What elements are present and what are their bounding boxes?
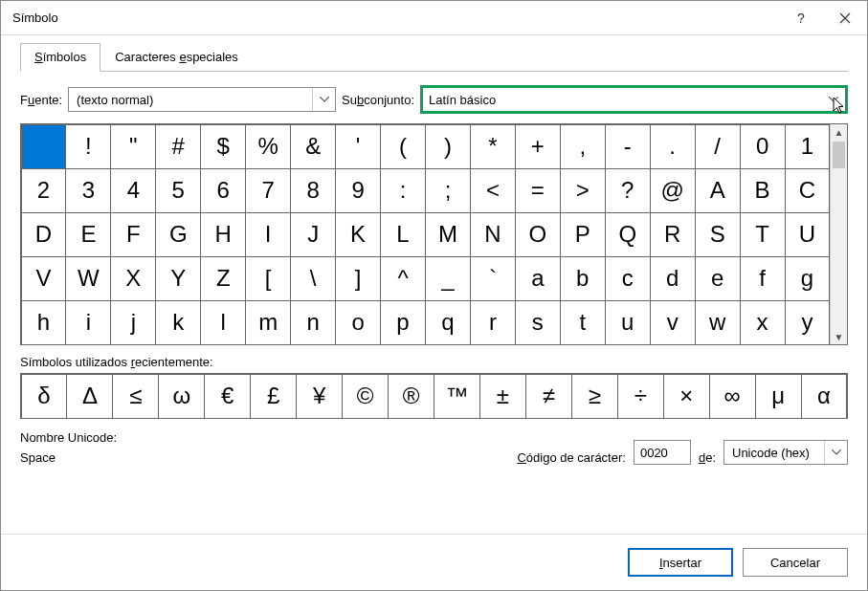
scroll-up-icon[interactable]: ▲ [831, 124, 847, 140]
symbol-cell[interactable]: ( [380, 124, 426, 169]
symbol-cell[interactable]: L [380, 212, 426, 257]
recent-symbol-cell[interactable]: ¥ [296, 374, 343, 419]
recent-symbol-cell[interactable]: ™ [434, 374, 480, 419]
symbol-cell[interactable]: H [200, 212, 246, 257]
recent-symbol-cell[interactable]: α [801, 374, 848, 419]
recent-symbol-cell[interactable]: ∞ [709, 374, 756, 419]
recent-symbol-cell[interactable]: ® [388, 374, 434, 419]
symbol-cell[interactable]: W [65, 256, 111, 301]
recent-symbol-cell[interactable]: ≥ [571, 374, 618, 419]
symbol-cell[interactable]: M [425, 212, 471, 257]
symbol-cell[interactable]: c [605, 256, 651, 301]
symbol-cell[interactable]: h [21, 300, 67, 345]
symbol-cell[interactable]: \ [290, 256, 336, 301]
symbol-cell[interactable]: 3 [65, 168, 111, 213]
symbol-cell[interactable]: v [650, 300, 696, 345]
symbol-cell[interactable]: ^ [380, 256, 426, 301]
symbol-cell[interactable]: 2 [21, 168, 67, 213]
symbol-cell[interactable]: : [380, 168, 426, 213]
scroll-down-icon[interactable]: ▼ [831, 329, 847, 344]
symbol-cell[interactable]: w [695, 300, 741, 345]
recent-symbol-cell[interactable]: € [204, 374, 251, 419]
symbol-cell[interactable]: 7 [245, 168, 291, 213]
symbol-cell[interactable]: ; [425, 168, 471, 213]
symbol-cell[interactable]: R [650, 212, 696, 257]
symbol-cell[interactable]: T [740, 212, 786, 257]
symbol-cell[interactable]: J [290, 212, 336, 257]
symbol-cell[interactable]: k [155, 300, 201, 345]
symbol-cell[interactable]: N [470, 212, 516, 257]
recent-symbol-cell[interactable]: ± [479, 374, 526, 419]
symbol-cell[interactable]: < [470, 168, 516, 213]
symbol-cell[interactable]: V [21, 256, 67, 301]
symbol-cell[interactable]: ] [335, 256, 381, 301]
symbol-cell[interactable]: j [110, 300, 156, 345]
symbol-cell[interactable]: C [785, 168, 831, 213]
symbol-cell[interactable]: a [515, 256, 561, 301]
symbol-cell[interactable] [21, 124, 67, 169]
symbol-cell[interactable]: B [740, 168, 786, 213]
symbol-cell[interactable]: E [65, 212, 111, 257]
symbol-cell[interactable]: q [425, 300, 471, 345]
symbol-cell[interactable]: o [335, 300, 381, 345]
symbol-cell[interactable]: + [515, 124, 561, 169]
tab-special-chars[interactable]: Caracteres especiales [100, 43, 253, 71]
symbol-cell[interactable]: / [695, 124, 741, 169]
symbol-cell[interactable]: . [650, 124, 696, 169]
symbol-cell[interactable]: s [515, 300, 561, 345]
symbol-cell[interactable]: > [560, 168, 606, 213]
symbol-cell[interactable]: u [605, 300, 651, 345]
symbol-cell[interactable]: 0 [740, 124, 786, 169]
recent-symbol-cell[interactable]: ÷ [617, 374, 664, 419]
symbol-cell[interactable]: g [785, 256, 831, 301]
symbol-cell[interactable]: p [380, 300, 426, 345]
symbol-cell[interactable]: % [245, 124, 291, 169]
symbol-cell[interactable]: t [560, 300, 606, 345]
symbol-cell[interactable]: l [200, 300, 246, 345]
symbol-cell[interactable]: ' [335, 124, 381, 169]
from-select[interactable]: Unicode (hex) [723, 440, 848, 465]
subset-select[interactable]: Latín básico [420, 85, 848, 114]
symbol-cell[interactable]: m [245, 300, 291, 345]
symbol-cell[interactable]: ` [470, 256, 516, 301]
symbol-cell[interactable]: X [110, 256, 156, 301]
symbol-cell[interactable]: n [290, 300, 336, 345]
symbol-cell[interactable]: P [560, 212, 606, 257]
insert-button[interactable]: Insertar [628, 548, 733, 577]
symbol-cell[interactable]: $ [200, 124, 246, 169]
symbol-cell[interactable]: = [515, 168, 561, 213]
recent-symbol-cell[interactable]: ω [158, 374, 205, 419]
symbol-cell[interactable]: K [335, 212, 381, 257]
symbol-cell[interactable]: i [65, 300, 111, 345]
symbol-cell[interactable]: F [110, 212, 156, 257]
symbol-cell[interactable]: e [695, 256, 741, 301]
recent-symbol-cell[interactable]: £ [250, 374, 297, 419]
char-code-input[interactable] [634, 440, 691, 465]
recent-symbol-cell[interactable]: × [663, 374, 710, 419]
tab-symbols[interactable]: Símbolos [20, 43, 100, 72]
grid-scrollbar[interactable]: ▲ ▼ [830, 124, 847, 344]
symbol-cell[interactable]: Z [200, 256, 246, 301]
font-select[interactable]: (texto normal) [68, 87, 336, 112]
symbol-cell[interactable]: _ [425, 256, 471, 301]
symbol-cell[interactable]: 1 [785, 124, 831, 169]
recent-symbol-cell[interactable]: ≠ [525, 374, 572, 419]
symbol-cell[interactable]: Q [605, 212, 651, 257]
symbol-cell[interactable]: f [740, 256, 786, 301]
symbol-cell[interactable]: 6 [200, 168, 246, 213]
recent-symbol-cell[interactable]: Δ [66, 374, 113, 419]
recent-symbol-cell[interactable]: μ [755, 374, 802, 419]
symbol-cell[interactable]: I [245, 212, 291, 257]
symbol-cell[interactable]: b [560, 256, 606, 301]
symbol-cell[interactable]: 8 [290, 168, 336, 213]
symbol-cell[interactable]: # [155, 124, 201, 169]
symbol-cell[interactable]: A [695, 168, 741, 213]
symbol-cell[interactable]: r [470, 300, 516, 345]
symbol-cell[interactable]: - [605, 124, 651, 169]
symbol-cell[interactable]: [ [245, 256, 291, 301]
recent-symbol-cell[interactable]: δ [21, 374, 68, 419]
symbol-cell[interactable]: @ [650, 168, 696, 213]
cancel-button[interactable]: Cancelar [743, 548, 848, 577]
help-button[interactable]: ? [779, 1, 823, 35]
symbol-cell[interactable]: D [21, 212, 67, 257]
